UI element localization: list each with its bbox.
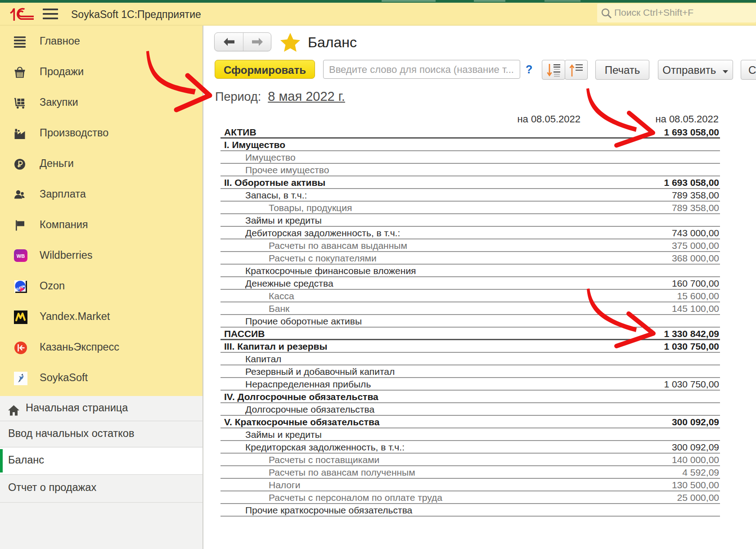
svg-text:WB: WB <box>17 253 25 259</box>
